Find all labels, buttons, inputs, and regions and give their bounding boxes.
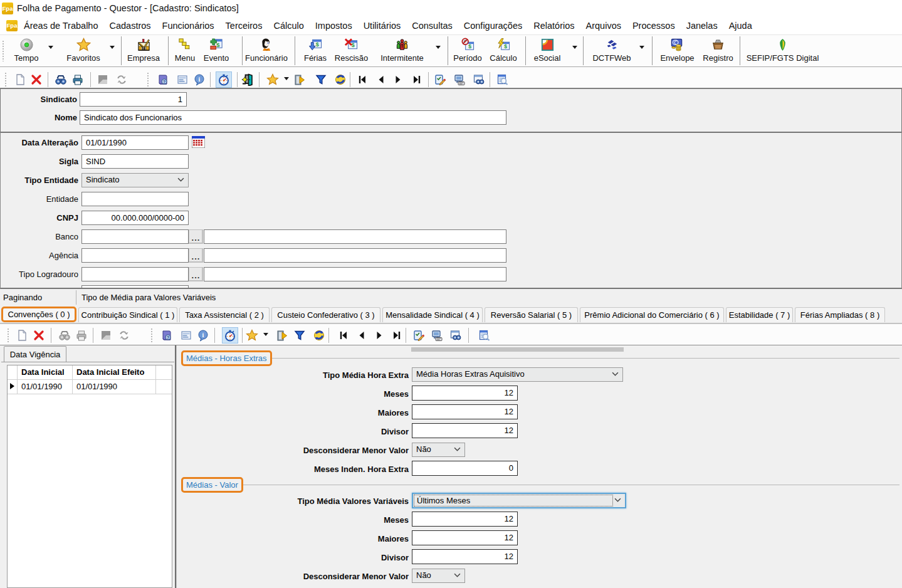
svg-text:$: $ xyxy=(315,41,318,48)
svg-text:$: $ xyxy=(216,41,220,48)
svg-text:$: $ xyxy=(468,43,471,50)
svg-text:$: $ xyxy=(352,42,355,48)
svg-text:$: $ xyxy=(504,43,507,50)
